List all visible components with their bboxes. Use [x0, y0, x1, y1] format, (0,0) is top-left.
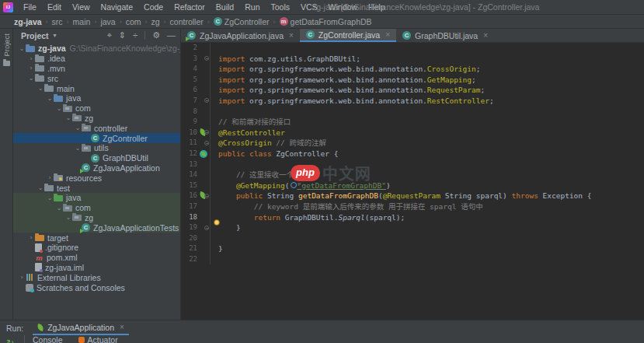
expand-all-icon[interactable]: ⇕ — [119, 31, 126, 40]
code-line-2[interactable]: 2 — [181, 43, 644, 54]
menu-navigate[interactable]: Navigate — [96, 0, 138, 15]
tree-item-utils[interactable]: ⌄utils — [13, 143, 180, 153]
tree-collapsed-arrow-icon[interactable]: › — [27, 65, 35, 72]
code-line-17[interactable]: 17 // keyword 是前端输入后传来的参数 用于拼接在 sparql 语… — [181, 201, 644, 212]
tree-collapsed-arrow-icon[interactable]: › — [27, 234, 35, 241]
tree-expanded-arrow-icon[interactable]: ⌄ — [64, 214, 72, 221]
tree-expanded-arrow-icon[interactable]: ⌄ — [64, 114, 72, 121]
tree-item-src[interactable]: ⌄src — [13, 73, 180, 83]
tree-item--idea[interactable]: ›.idea — [13, 54, 180, 64]
run-tab-zgjavaapplication[interactable]: ZgJavaApplication × — [33, 320, 129, 335]
menu-build[interactable]: Build — [211, 0, 239, 15]
tree-item-zgjavaapplication[interactable]: CZgJavaApplication — [13, 163, 180, 173]
fold-marker-icon[interactable] — [204, 226, 209, 230]
tree-item-java[interactable]: ⌄java — [13, 193, 180, 203]
tree-collapsed-arrow-icon[interactable]: › — [18, 274, 26, 281]
tree-item-test[interactable]: ⌄test — [13, 183, 180, 193]
code-line-18[interactable]: 18 return GraphDBUtil.Sparql(sparql); — [181, 212, 644, 223]
tree-item-java[interactable]: ⌄java — [13, 93, 180, 103]
code-line-8[interactable]: 8 — [181, 107, 644, 117]
breadcrumb-item-com[interactable]: com — [126, 17, 141, 26]
tree-item-pom-xml[interactable]: mpom.xml — [13, 253, 180, 263]
tree-expanded-arrow-icon[interactable]: ⌄ — [46, 95, 54, 102]
tree-item-graphdbutil[interactable]: CGraphDBUtil — [13, 153, 180, 163]
tree-expanded-arrow-icon[interactable]: ⌄ — [74, 145, 82, 152]
tree-expanded-arrow-icon[interactable]: ⌄ — [37, 184, 44, 191]
project-view-title[interactable]: Project — [21, 31, 49, 40]
tree-expanded-arrow-icon[interactable]: ⌄ — [37, 85, 44, 92]
tree-item-zgcontroller[interactable]: CZgController — [13, 133, 180, 143]
menu-run[interactable]: Run — [239, 0, 265, 15]
project-stripe-button[interactable]: Project — [2, 33, 11, 57]
tree-item-zg[interactable]: ⌄zg — [13, 213, 180, 223]
editor-tab-graphdbutil-java[interactable]: CGraphDBUtil.java× — [396, 29, 494, 42]
tab-actuator[interactable]: Actuator — [71, 335, 126, 343]
tree-item-com[interactable]: ⌄com — [13, 103, 180, 114]
tree-item-controller[interactable]: ⌄controller — [13, 123, 180, 133]
tree-expanded-arrow-icon[interactable]: ⌄ — [46, 194, 54, 201]
editor-tab-zgjavaapplication-java[interactable]: CZgJavaApplication.java× — [181, 29, 300, 42]
fold-marker-icon[interactable] — [204, 141, 209, 145]
menu-refactor[interactable]: Refactor — [169, 0, 211, 15]
breadcrumb-item-zg[interactable]: zg — [151, 17, 159, 26]
code-editor[interactable]: 23import com.zg.utils.GraphDBUtil;4impor… — [181, 43, 644, 320]
menu-file[interactable]: File — [18, 0, 42, 15]
breadcrumb-item-controller[interactable]: controller — [170, 17, 204, 26]
fold-marker-icon[interactable] — [204, 98, 209, 103]
code-line-6[interactable]: 6import org.springframework.web.bind.ann… — [181, 85, 644, 96]
close-icon[interactable]: × — [289, 31, 294, 40]
tree-item-main[interactable]: ⌄main — [13, 83, 180, 93]
menu-edit[interactable]: Edit — [42, 0, 67, 15]
code-line-13[interactable]: 13 — [181, 159, 644, 170]
chevron-down-icon[interactable]: ▾ — [54, 32, 57, 39]
tree-expanded-arrow-icon[interactable]: ⌄ — [55, 105, 63, 112]
tree-expanded-arrow-icon[interactable]: ⌄ — [74, 124, 82, 131]
code-line-19[interactable]: 19 } — [181, 222, 644, 233]
breadcrumb-item-java[interactable]: java — [100, 17, 115, 26]
hide-icon[interactable]: — — [167, 31, 176, 40]
breadcrumb-item-zgcontroller[interactable]: CZgController — [214, 17, 270, 26]
code-line-20[interactable]: 20 — [181, 233, 644, 244]
tree-item-zgjavaapplicationtests[interactable]: CZgJavaApplicationTests — [13, 222, 180, 233]
tree-item-com[interactable]: ⌄com — [13, 203, 180, 213]
close-icon[interactable]: × — [120, 323, 124, 331]
code-line-3[interactable]: 3import com.zg.utils.GraphDBUtil; — [181, 54, 644, 65]
code-line-5[interactable]: 5import org.springframework.web.bind.ann… — [181, 75, 644, 86]
breadcrumb-item-getdatafromgraphdb[interactable]: mgetDataFromGraphDB — [280, 17, 372, 26]
fold-marker-icon[interactable] — [204, 130, 209, 135]
rerun-icon[interactable]: ↻ — [6, 338, 14, 343]
code-line-14[interactable]: 14 // 这里接收一个参数 — [181, 170, 644, 180]
menu-tools[interactable]: Tools — [265, 0, 295, 15]
tree-item-zg[interactable]: ⌄zg — [13, 114, 180, 124]
code-line-9[interactable]: 9// 和前端对接的接口 — [181, 117, 644, 128]
code-line-15[interactable]: 15 @GetMapping("getDataFromGraphDB") — [181, 180, 644, 191]
breadcrumb-item-src[interactable]: src — [52, 17, 63, 26]
tree-item--mvn[interactable]: ›.mvn — [13, 64, 180, 74]
code-line-21[interactable]: 21} — [181, 243, 644, 254]
tree-collapsed-arrow-icon[interactable]: › — [46, 174, 54, 181]
tree-item--gitignore[interactable]: .gitignore — [13, 243, 180, 253]
tree-expanded-arrow-icon[interactable]: ⌄ — [27, 75, 35, 82]
tab-console[interactable]: Console — [25, 335, 71, 343]
tree-item-target[interactable]: ›target — [13, 233, 180, 243]
tree-item-zg-java[interactable]: ⌄zg-javaG:\SinaFinanceKnowledge\zg-java — [13, 44, 180, 54]
close-icon[interactable]: × — [385, 30, 390, 39]
code-line-7[interactable]: 7import org.springframework.web.bind.ann… — [181, 96, 644, 107]
code-line-10[interactable]: 10@RestController — [181, 128, 644, 138]
tree-expanded-arrow-icon[interactable]: ⌄ — [18, 45, 26, 52]
code-line-4[interactable]: 4import org.springframework.web.bind.ann… — [181, 64, 644, 75]
editor-tab-zgcontroller-java[interactable]: CZgController.java× — [300, 29, 396, 42]
code-line-11[interactable]: 11@CrossOrigin // 跨域的注解 — [181, 138, 644, 149]
collapse-all-icon[interactable]: ÷ — [133, 31, 138, 40]
tree-expanded-arrow-icon[interactable]: ⌄ — [55, 205, 63, 212]
menu-code[interactable]: Code — [138, 0, 169, 15]
close-icon[interactable]: × — [483, 31, 488, 40]
menu-view[interactable]: View — [67, 0, 96, 15]
locate-icon[interactable]: ⌖ — [107, 31, 112, 40]
code-line-22[interactable]: 22 — [181, 254, 644, 265]
tree-item-resources[interactable]: ›resources — [13, 173, 180, 183]
fold-marker-icon[interactable] — [204, 194, 209, 198]
code-line-16[interactable]: 16 public String getDataFromGraphDB(@Req… — [181, 191, 644, 201]
tree-item-external-libraries[interactable]: ›External Libraries — [13, 272, 180, 282]
tree-collapsed-arrow-icon[interactable]: › — [27, 55, 35, 62]
